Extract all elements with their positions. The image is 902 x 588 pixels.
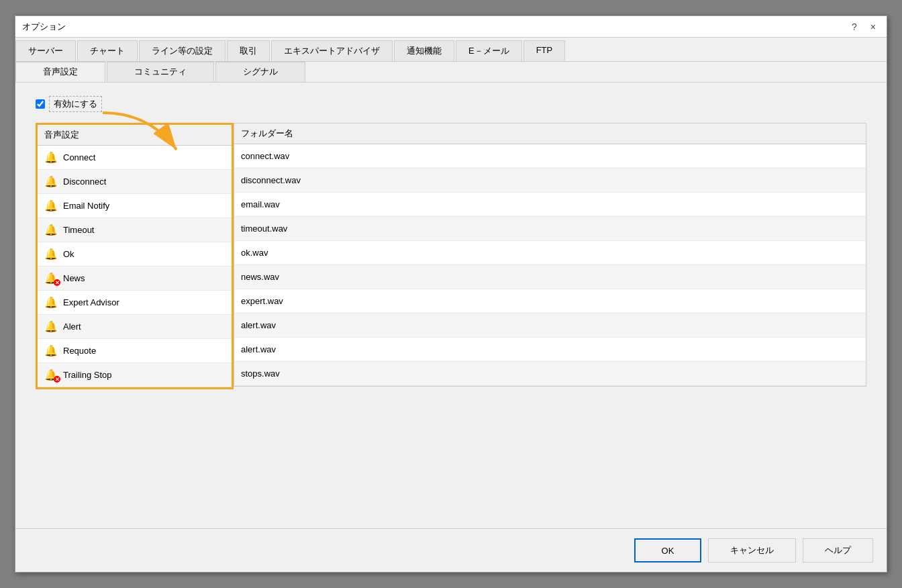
panels-container: 音声設定 🔔Connect🔔Disconnect🔔Email Notify🔔Ti… — [36, 123, 866, 389]
sound-items-list: 🔔Connect🔔Disconnect🔔Email Notify🔔Timeout… — [38, 146, 232, 387]
sound-item-row[interactable]: 🔔Disconnect — [38, 170, 232, 194]
tab-expert-advisor[interactable]: エキスパートアドバイザ — [271, 40, 393, 61]
file-name-row[interactable]: alert.wav — [234, 338, 866, 362]
sound-item-name: Connect — [63, 152, 95, 162]
sound-item-row[interactable]: 🔔Ok — [38, 242, 232, 266]
cancel-button[interactable]: キャンセル — [708, 538, 796, 562]
enable-checkbox-row: 有効にする — [36, 96, 102, 112]
bell-icon: 🔔 — [44, 175, 58, 189]
file-name: connect.wav — [241, 151, 289, 161]
file-names-list: connect.wavdisconnect.wavemail.wavtimeou… — [234, 144, 866, 386]
tab-line-settings[interactable]: ライン等の設定 — [139, 40, 225, 61]
sound-item-name: Alert — [63, 322, 81, 332]
left-panel: 音声設定 🔔Connect🔔Disconnect🔔Email Notify🔔Ti… — [36, 123, 234, 389]
sound-item-row[interactable]: 🔔✕News — [38, 266, 232, 291]
title-bar: オプション ? × — [15, 16, 887, 38]
file-name-row[interactable]: connect.wav — [234, 144, 866, 168]
close-button[interactable]: × — [866, 20, 880, 34]
sound-item-name: Email Notify — [63, 201, 109, 211]
ok-button[interactable]: OK — [634, 538, 701, 562]
file-name-row[interactable]: news.wav — [234, 265, 866, 289]
sound-item-row[interactable]: 🔔Timeout — [38, 218, 232, 242]
left-panel-header: 音声設定 — [38, 125, 232, 146]
sound-item-row[interactable]: 🔔Alert — [38, 315, 232, 339]
right-panel: フォルダー名 connect.wavdisconnect.wavemail.wa… — [234, 123, 866, 387]
sound-item-row[interactable]: 🔔Email Notify — [38, 194, 232, 218]
sound-item-name: Timeout — [63, 225, 94, 235]
tab-signal[interactable]: シグナル — [215, 62, 305, 82]
sound-item-name: Requote — [63, 346, 96, 356]
content-area: 有効にする 音声設定 🔔Connect🔔Disconnect🔔Email Not… — [15, 83, 887, 528]
bell-icon: 🔔 — [44, 248, 58, 261]
tabs-row1: サーバー チャート ライン等の設定 取引 エキスパートアドバイザ 通知機能 E－… — [15, 38, 887, 62]
tabs-row2: 音声設定 コミュニティ シグナル — [15, 62, 887, 83]
file-name: expert.wav — [241, 296, 283, 306]
enable-checkbox[interactable] — [36, 99, 45, 109]
tab-notifications[interactable]: 通知機能 — [394, 40, 454, 61]
bell-x-icon: 🔔✕ — [44, 369, 58, 382]
file-name: stops.wav — [241, 369, 280, 379]
options-dialog: オプション ? × サーバー チャート ライン等の設定 取引 エキスパートアドバ… — [15, 15, 887, 573]
file-name-row[interactable]: stops.wav — [234, 362, 866, 386]
file-name-row[interactable]: ok.wav — [234, 241, 866, 265]
file-name: alert.wav — [241, 320, 276, 330]
sound-item-row[interactable]: 🔔✕Trailing Stop — [38, 363, 232, 387]
sound-item-row[interactable]: 🔔Connect — [38, 146, 232, 170]
sound-item-name: Trailing Stop — [63, 370, 112, 380]
file-name: email.wav — [241, 199, 280, 209]
file-name: news.wav — [241, 272, 279, 282]
sound-item-row[interactable]: 🔔Requote — [38, 339, 232, 363]
sound-item-name: Expert Advisor — [63, 297, 119, 307]
sound-item-name: Ok — [63, 249, 74, 259]
help-button[interactable]: ? — [848, 20, 861, 34]
file-name-row[interactable]: timeout.wav — [234, 217, 866, 241]
bell-icon: 🔔 — [44, 224, 58, 237]
tab-email[interactable]: E－メール — [456, 40, 522, 61]
bottom-bar: OK キャンセル ヘルプ — [15, 528, 887, 572]
enable-label: 有効にする — [49, 96, 102, 112]
file-name-row[interactable]: email.wav — [234, 193, 866, 217]
file-name: timeout.wav — [241, 224, 287, 234]
sound-item-row[interactable]: 🔔Expert Advisor — [38, 291, 232, 315]
title-bar-buttons: ? × — [848, 20, 880, 34]
file-name-row[interactable]: alert.wav — [234, 313, 866, 338]
file-name: ok.wav — [241, 248, 268, 258]
tab-ftp[interactable]: FTP — [523, 40, 566, 61]
tab-sound-settings[interactable]: 音声設定 — [15, 62, 105, 82]
tab-chart[interactable]: チャート — [77, 40, 138, 61]
bell-x-icon: 🔔✕ — [44, 272, 58, 285]
bell-icon: 🔔 — [44, 151, 58, 164]
right-panel-header: フォルダー名 — [234, 124, 866, 144]
bell-icon: 🔔 — [44, 199, 58, 213]
tab-community[interactable]: コミュニティ — [107, 62, 214, 82]
file-name-row[interactable]: disconnect.wav — [234, 168, 866, 193]
bell-icon: 🔔 — [44, 320, 58, 334]
file-name: alert.wav — [241, 344, 276, 354]
file-name-row[interactable]: expert.wav — [234, 289, 866, 313]
tab-server[interactable]: サーバー — [15, 40, 76, 61]
tab-trade[interactable]: 取引 — [227, 40, 270, 61]
help-button-bottom[interactable]: ヘルプ — [803, 538, 873, 562]
bell-icon: 🔔 — [44, 344, 58, 358]
sound-item-name: News — [63, 273, 85, 283]
sound-item-name: Disconnect — [63, 177, 106, 187]
dialog-title: オプション — [22, 21, 66, 33]
bell-icon: 🔔 — [44, 296, 58, 309]
file-name: disconnect.wav — [241, 175, 301, 185]
